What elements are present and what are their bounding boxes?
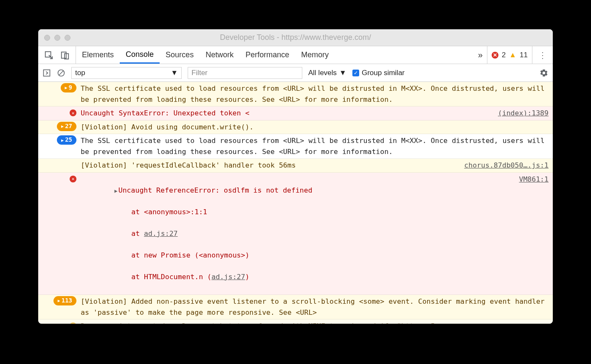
error-icon: ✕ <box>70 176 76 182</box>
chevron-down-icon: ▼ <box>339 69 346 77</box>
console-message[interactable]: ▶27 [Violation] Avoid using document.wri… <box>38 120 553 134</box>
repeat-badge[interactable]: ▶25 <box>57 135 76 145</box>
panel-tabs: Elements Console Sources Network Perform… <box>76 46 335 64</box>
message-text: [Violation] Added non-passive event list… <box>81 296 549 318</box>
expand-icon[interactable]: ▶ <box>114 188 117 194</box>
message-text: The SSL certificate used to load resourc… <box>81 135 549 157</box>
console-message[interactable]: ▶113 [Violation] Added non-passive event… <box>38 295 553 319</box>
inspect-element-icon[interactable] <box>44 50 53 60</box>
console-messages[interactable]: ▶9 The SSL certificate used to load reso… <box>38 82 553 324</box>
warning-icon: ▲ <box>509 51 516 59</box>
console-toolbar: top ▼ Filter All levels ▼ ✓ Group simila… <box>38 64 553 82</box>
tabs-overflow-button[interactable]: » <box>474 50 487 60</box>
message-source-link[interactable]: VM861:1 <box>510 174 549 293</box>
titlebar: Developer Tools - https://www.theverge.c… <box>38 29 553 46</box>
warning-icon: ! <box>70 322 76 324</box>
message-text: [Violation] Avoid using document.write()… <box>81 122 549 133</box>
error-icon: ✕ <box>492 52 498 59</box>
tab-memory[interactable]: Memory <box>295 46 335 64</box>
context-value: top <box>75 69 85 77</box>
console-message[interactable]: ▶9 The SSL certificate used to load reso… <box>38 82 553 106</box>
expand-icon: ▶ <box>61 137 64 144</box>
window-title: Developer Tools - https://www.theverge.c… <box>38 33 553 42</box>
svg-rect-3 <box>44 70 50 76</box>
message-text: The SSL certificate used to load resourc… <box>81 83 549 105</box>
group-similar-toggle[interactable]: ✓ Group similar <box>352 69 405 77</box>
stack-link[interactable]: ad.js:27 <box>211 273 245 281</box>
message-text: Resource interpreted as Document but tra… <box>81 321 549 324</box>
repeat-badge[interactable]: ▶9 <box>61 83 76 92</box>
console-message[interactable]: ✕ Uncaught SyntaxError: Unexpected token… <box>38 106 553 120</box>
message-text: Uncaught SyntaxError: Unexpected token < <box>81 108 490 119</box>
error-icon: ✕ <box>70 109 76 116</box>
filter-input[interactable]: Filter <box>188 67 302 79</box>
console-message[interactable]: ✕ ▶Uncaught ReferenceError: osdlfm is no… <box>38 173 553 295</box>
warning-count: 11 <box>520 51 528 59</box>
console-message[interactable]: ▶25 The SSL certificate used to load res… <box>38 134 553 159</box>
context-selector[interactable]: top ▼ <box>71 67 182 79</box>
console-message[interactable]: [Violation] 'requestIdleCallback' handle… <box>38 159 553 173</box>
svg-rect-1 <box>62 52 66 58</box>
tab-console[interactable]: Console <box>120 46 160 64</box>
tab-sources[interactable]: Sources <box>160 46 200 64</box>
device-toolbar-icon[interactable] <box>60 50 70 60</box>
message-text: ▶Uncaught ReferenceError: osdlfm is not … <box>81 174 510 293</box>
tab-performance[interactable]: Performance <box>239 46 295 64</box>
repeat-badge[interactable]: ▶27 <box>57 122 76 131</box>
kebab-menu-icon[interactable]: ⋮ <box>532 46 553 64</box>
checkbox-checked-icon: ✓ <box>352 70 359 76</box>
group-similar-label: Group similar <box>362 69 405 77</box>
filter-placeholder: Filter <box>191 69 208 77</box>
tab-network[interactable]: Network <box>200 46 239 64</box>
expand-icon: ▶ <box>58 297 60 304</box>
message-source-link[interactable]: (index):1389 <box>490 108 549 119</box>
toggle-sidebar-icon[interactable] <box>42 69 51 77</box>
expand-icon: ▶ <box>61 123 64 130</box>
stack-link[interactable]: ad.js:27 <box>144 230 177 238</box>
message-text: [Violation] 'requestIdleCallback' handle… <box>81 160 456 171</box>
devtools-window: Developer Tools - https://www.theverge.c… <box>38 29 553 324</box>
issue-counts[interactable]: ✕ 2 ▲ 11 <box>487 46 532 64</box>
error-count: 2 <box>502 51 506 59</box>
chevron-down-icon: ▼ <box>171 69 178 77</box>
repeat-badge[interactable]: ▶113 <box>53 296 76 305</box>
panel-tabbar: Elements Console Sources Network Perform… <box>38 46 553 64</box>
clear-console-icon[interactable] <box>57 69 65 77</box>
console-settings-icon[interactable] <box>539 68 549 78</box>
message-source-link[interactable]: chorus.87db050….js:1 <box>456 160 549 171</box>
console-message[interactable]: ! Resource interpreted as Document but t… <box>38 319 553 324</box>
levels-label: All levels <box>308 69 337 77</box>
tab-elements[interactable]: Elements <box>76 46 120 64</box>
log-levels-selector[interactable]: All levels ▼ <box>308 69 346 77</box>
expand-icon: ▶ <box>65 84 68 91</box>
